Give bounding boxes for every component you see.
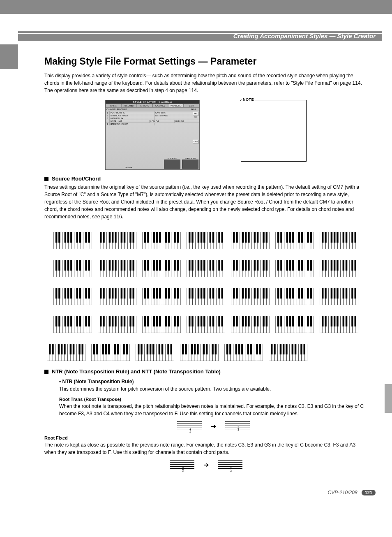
keyboard-diagram <box>275 257 314 277</box>
keyboard-diagram <box>142 229 181 249</box>
screenshot-subheader: CHANNEL:RHYTHM2 <box>106 108 190 111</box>
svg-rect-277 <box>277 260 279 271</box>
svg-rect-280 <box>289 260 291 271</box>
svg-rect-130 <box>307 232 309 243</box>
svg-rect-80 <box>191 232 193 243</box>
svg-rect-104 <box>245 232 247 243</box>
top-gray-band <box>0 0 392 14</box>
svg-rect-505 <box>133 316 134 326</box>
svg-rect-586 <box>280 316 282 326</box>
note-badge: ♪NOTE <box>239 97 255 102</box>
svg-rect-259 <box>248 260 249 271</box>
svg-rect-147 <box>331 232 332 243</box>
svg-rect-212 <box>147 260 149 271</box>
keyboard-row <box>44 285 367 305</box>
svg-rect-458 <box>343 288 344 299</box>
svg-rect-499 <box>109 316 111 326</box>
svg-rect-13 <box>55 232 57 243</box>
svg-rect-589 <box>292 316 294 326</box>
svg-rect-482 <box>85 316 87 326</box>
svg-rect-435 <box>292 288 294 299</box>
arrow-right-icon: ➔ <box>211 422 216 430</box>
svg-rect-146 <box>325 232 326 243</box>
keyboard-diagram-grid <box>44 229 367 361</box>
svg-rect-526 <box>174 316 175 326</box>
svg-rect-394 <box>218 288 220 299</box>
svg-rect-131 <box>310 232 312 243</box>
svg-rect-480 <box>76 316 78 326</box>
svg-rect-324 <box>67 288 69 299</box>
root-fixed-heading: Root Fixed <box>44 435 367 440</box>
keyboard-diagram <box>231 312 270 333</box>
svg-rect-343 <box>100 288 101 299</box>
keyboard-diagram <box>231 257 270 277</box>
keyboard-diagram <box>187 229 225 249</box>
svg-rect-86 <box>218 232 220 243</box>
svg-rect-417 <box>266 288 267 299</box>
svg-rect-282 <box>298 260 300 271</box>
svg-rect-524 <box>165 316 167 326</box>
svg-rect-346 <box>112 288 113 299</box>
svg-rect-696 <box>185 344 187 354</box>
svg-rect-171 <box>70 260 72 271</box>
svg-rect-21 <box>88 232 90 243</box>
ntr-ntt-heading: NTR (Note Transposition Rule) and NTT (N… <box>52 368 221 375</box>
svg-rect-172 <box>76 260 78 271</box>
svg-rect-483 <box>88 316 90 326</box>
keyboard-diagram <box>231 285 270 305</box>
page-number: 121 <box>362 490 376 495</box>
keyboard-diagram <box>47 340 85 361</box>
svg-rect-544 <box>201 316 202 326</box>
svg-rect-108 <box>263 232 264 243</box>
svg-rect-59 <box>153 232 155 243</box>
svg-rect-593 <box>310 316 312 326</box>
staff-after: 𝅗𝅗𝅗 <box>218 459 242 470</box>
svg-rect-233 <box>189 260 190 271</box>
svg-rect-347 <box>115 288 116 299</box>
svg-rect-79 <box>189 232 190 243</box>
svg-rect-475 <box>55 316 57 326</box>
svg-rect-477 <box>65 316 66 326</box>
svg-rect-148 <box>334 232 335 243</box>
svg-rect-237 <box>203 260 205 271</box>
svg-rect-701 <box>206 344 208 354</box>
svg-rect-256 <box>236 260 238 271</box>
svg-rect-395 <box>221 288 223 299</box>
svg-rect-614 <box>351 316 353 326</box>
svg-rect-14 <box>58 232 60 243</box>
svg-rect-393 <box>212 288 214 299</box>
svg-rect-457 <box>337 288 338 299</box>
svg-rect-676 <box>150 344 151 354</box>
svg-rect-20 <box>85 232 87 243</box>
svg-rect-299 <box>322 260 323 271</box>
svg-rect-191 <box>109 260 111 271</box>
svg-rect-570 <box>263 316 264 326</box>
svg-rect-58 <box>147 232 149 243</box>
keyboard-diagram <box>180 340 219 361</box>
svg-rect-523 <box>159 316 161 326</box>
svg-rect-109 <box>266 232 267 243</box>
svg-rect-697 <box>191 344 193 354</box>
svg-rect-657 <box>117 344 119 354</box>
svg-rect-214 <box>156 260 158 271</box>
svg-rect-217 <box>168 260 170 271</box>
svg-rect-677 <box>152 344 154 354</box>
svg-rect-723 <box>250 344 252 354</box>
svg-rect-460 <box>351 288 353 299</box>
svg-rect-527 <box>177 316 179 326</box>
svg-rect-17 <box>70 232 72 243</box>
svg-rect-742 <box>283 344 284 354</box>
svg-rect-348 <box>121 288 122 299</box>
svg-rect-18 <box>76 232 78 243</box>
source-root-chord-body: These settings determine the original ke… <box>44 183 367 220</box>
svg-rect-125 <box>286 232 288 243</box>
svg-rect-303 <box>337 260 338 271</box>
svg-rect-414 <box>254 288 256 299</box>
svg-rect-568 <box>254 316 256 326</box>
svg-rect-658 <box>123 344 125 354</box>
svg-rect-215 <box>159 260 161 271</box>
svg-rect-498 <box>103 316 104 326</box>
svg-rect-695 <box>182 344 184 354</box>
svg-rect-284 <box>307 260 309 271</box>
svg-rect-366 <box>147 288 149 299</box>
